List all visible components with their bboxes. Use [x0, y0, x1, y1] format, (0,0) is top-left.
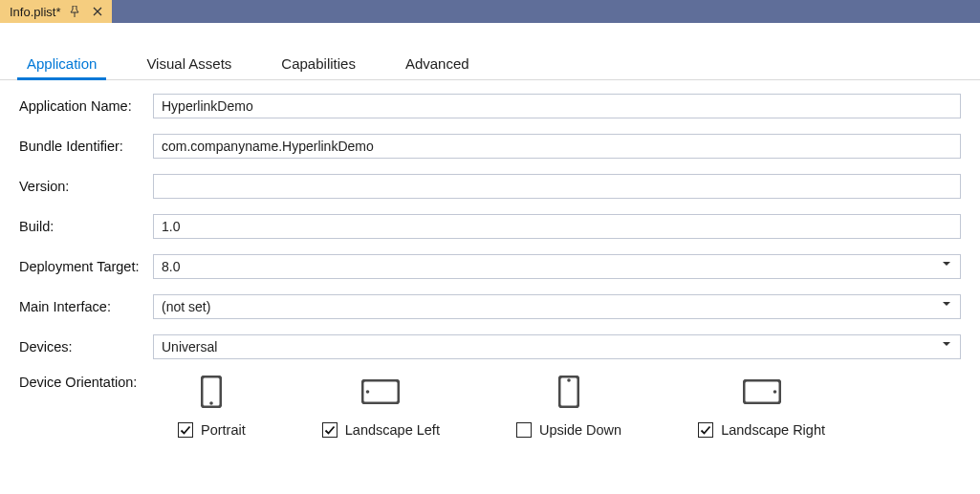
- form: Application Name: Bundle Identifier: Ver…: [0, 80, 980, 438]
- orientation-upside-down: Upside Down: [516, 375, 621, 438]
- device-portrait-icon: [191, 375, 231, 409]
- document-tab[interactable]: Info.plist*: [0, 0, 112, 23]
- label-deployment-target: Deployment Target:: [19, 259, 153, 274]
- checkbox-landscape-left[interactable]: Landscape Left: [322, 422, 440, 438]
- device-upside-down-icon: [549, 375, 589, 409]
- orientation-landscape-right: Landscape Right: [698, 375, 825, 438]
- section-tabs: Application Visual Assets Capabilities A…: [0, 23, 980, 80]
- input-application-name[interactable]: [153, 94, 961, 118]
- input-version[interactable]: [153, 174, 961, 199]
- label-bundle-identifier: Bundle Identifier:: [19, 139, 153, 154]
- orientation-landscape-left: Landscape Left: [322, 375, 440, 438]
- label-main-interface: Main Interface:: [19, 299, 153, 314]
- checkbox-upside-down[interactable]: Upside Down: [516, 422, 621, 438]
- checkbox-landscape-right[interactable]: Landscape Right: [698, 422, 825, 438]
- label-devices: Devices:: [19, 339, 153, 354]
- document-tab-title: Info.plist*: [10, 5, 60, 19]
- checkbox-box: [322, 422, 338, 438]
- chevron-down-icon: [943, 342, 952, 352]
- close-icon[interactable]: [89, 7, 106, 16]
- label-build: Build:: [19, 219, 153, 234]
- dropdown-deployment-target[interactable]: 8.0: [153, 254, 961, 279]
- input-build[interactable]: [153, 214, 961, 239]
- checkbox-portrait[interactable]: Portrait: [178, 422, 246, 438]
- orientation-options: Portrait Landscape Left: [153, 375, 961, 438]
- svg-point-3: [366, 390, 370, 394]
- title-bar: Info.plist*: [0, 0, 980, 23]
- svg-point-7: [773, 390, 776, 394]
- dropdown-devices[interactable]: Universal: [153, 334, 961, 359]
- label-version: Version:: [19, 179, 153, 194]
- checkbox-label: Landscape Left: [345, 422, 440, 438]
- pin-icon[interactable]: [66, 6, 83, 17]
- tab-capabilities[interactable]: Capabilities: [273, 50, 363, 79]
- checkbox-box: [698, 422, 713, 438]
- tab-advanced[interactable]: Advanced: [398, 50, 477, 79]
- checkbox-label: Portrait: [201, 422, 246, 438]
- dropdown-deployment-target-value: 8.0: [162, 259, 943, 274]
- dropdown-main-interface[interactable]: (not set): [153, 294, 961, 319]
- dropdown-main-interface-value: (not set): [162, 299, 943, 314]
- input-bundle-identifier[interactable]: [153, 134, 961, 159]
- device-landscape-left-icon: [360, 375, 401, 409]
- svg-point-1: [210, 401, 214, 405]
- device-landscape-right-icon: [742, 375, 782, 409]
- checkbox-box: [516, 422, 532, 438]
- chevron-down-icon: [943, 262, 952, 271]
- chevron-down-icon: [943, 302, 952, 311]
- checkbox-label: Upside Down: [539, 422, 621, 438]
- label-device-orientation: Device Orientation:: [19, 375, 153, 390]
- svg-point-5: [567, 378, 571, 382]
- orientation-portrait: Portrait: [178, 375, 246, 438]
- tab-visual-assets[interactable]: Visual Assets: [139, 50, 239, 79]
- checkbox-box: [178, 422, 193, 438]
- dropdown-devices-value: Universal: [162, 339, 943, 354]
- checkbox-label: Landscape Right: [721, 422, 825, 438]
- label-application-name: Application Name:: [19, 98, 153, 114]
- tab-application[interactable]: Application: [19, 50, 104, 79]
